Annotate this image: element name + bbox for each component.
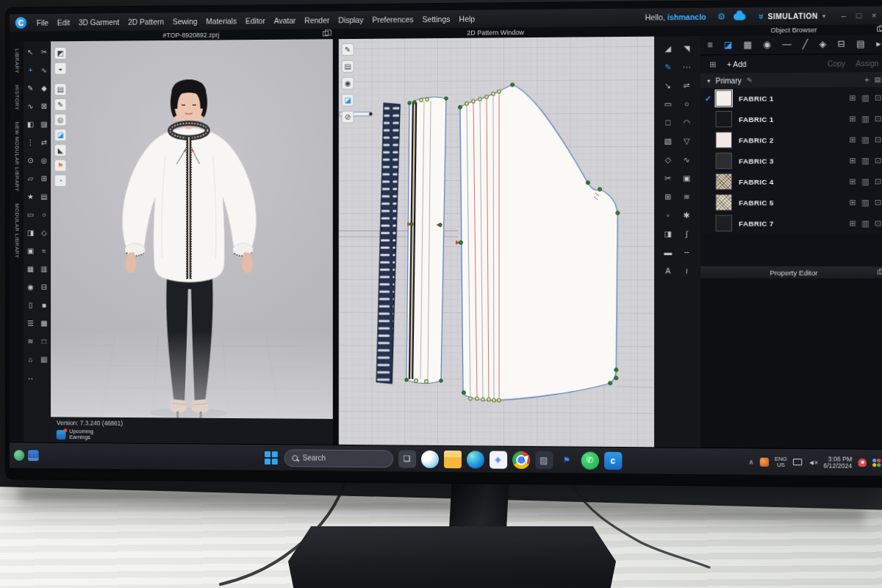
wave-stitch-icon[interactable]: ≀	[678, 266, 696, 276]
curve-icon[interactable]: ∿	[41, 65, 47, 75]
desktop-corner-widget[interactable]	[872, 458, 881, 467]
tray-chevron-icon[interactable]: ∧	[749, 458, 754, 465]
add-to-icon[interactable]: ⊞	[849, 135, 856, 144]
add-to-icon[interactable]: ⊞	[849, 93, 856, 102]
popout-icon[interactable]	[877, 26, 882, 32]
slash-tab-icon[interactable]: ╱	[803, 40, 808, 49]
fabric-row[interactable]: FABRIC 7⊞▥⊡	[700, 212, 882, 234]
more-dots-icon[interactable]: ⋮	[27, 137, 35, 147]
grid-icon[interactable]: ▩	[40, 318, 47, 328]
fabric-swatch[interactable]	[716, 111, 732, 127]
layers-icon[interactable]: ▥	[861, 218, 870, 228]
pattern-show-button[interactable]: ▤	[342, 60, 354, 73]
fabric-row[interactable]: FABRIC 5⊞▥⊡	[700, 192, 882, 213]
fabric-row[interactable]: FABRIC 3⊞▥⊡	[700, 150, 882, 171]
pen-icon[interactable]: ✎	[27, 84, 33, 93]
section-add-icon[interactable]: +	[864, 76, 869, 84]
thread-tab-icon[interactable]: —	[782, 40, 791, 49]
target-icon[interactable]: ◎	[41, 156, 47, 165]
add-point-icon[interactable]: +	[29, 65, 33, 75]
fabric-swatch[interactable]	[716, 153, 732, 169]
fabric-swatch[interactable]	[716, 90, 732, 107]
rectangle-icon[interactable]: ▭	[659, 99, 677, 109]
photos-icon[interactable]: ◈	[490, 451, 507, 468]
simulation-dropdown-icon[interactable]: ▾	[822, 12, 825, 19]
shoe-tool-button[interactable]: ◣	[54, 144, 66, 157]
flower-icon[interactable]: ✱	[678, 211, 696, 220]
home-icon[interactable]: ⌂	[29, 354, 33, 364]
button-tab-icon[interactable]: ◉	[763, 40, 771, 49]
fill-icon[interactable]: ◨	[27, 228, 34, 237]
table-icon[interactable]: ▥	[40, 265, 47, 274]
chevron-down-icon[interactable]: ▾	[707, 77, 710, 84]
object-browser-header[interactable]: Object Browser	[700, 24, 882, 36]
window-divider[interactable]	[333, 39, 339, 445]
tray-app-icon[interactable]	[760, 457, 769, 466]
close-button[interactable]: ×	[867, 6, 882, 24]
language-indicator[interactable]: ENGUS	[775, 456, 787, 467]
popout-icon[interactable]	[878, 270, 882, 274]
rail-tab-library[interactable]: LIBRARY	[14, 49, 19, 74]
layers-icon[interactable]: ▥	[861, 176, 870, 186]
menu-render[interactable]: Render	[300, 11, 334, 29]
add-box-icon[interactable]: ⊞	[41, 173, 47, 183]
duplicate-icon[interactable]: ⊡	[875, 197, 882, 207]
add-fabric-icon[interactable]: ⊞	[709, 60, 716, 69]
trim-tab-icon[interactable]: ▤	[856, 39, 865, 49]
flatten-icon[interactable]: ▱	[28, 174, 33, 184]
fabric-swatch[interactable]	[716, 173, 732, 190]
avatar-info-button[interactable]: ◉	[342, 77, 354, 90]
layers-icon[interactable]: ▥	[861, 135, 870, 144]
minus-box-icon[interactable]: ⊟	[41, 282, 47, 292]
layers-icon[interactable]: ▥	[861, 156, 870, 165]
buttonhole-icon[interactable]: ▯	[29, 301, 32, 310]
zipper-tab-icon[interactable]: ⊟	[837, 40, 845, 49]
sew-tool-icon[interactable]: ∿	[678, 155, 696, 165]
swap-icon[interactable]: ⇄	[41, 137, 47, 147]
cast-icon[interactable]	[793, 459, 802, 465]
menu-icon[interactable]: ≡	[707, 40, 712, 50]
widget-icon[interactable]	[14, 450, 24, 461]
brush-tool-button[interactable]: ✎	[54, 98, 66, 111]
chat-widget-icon[interactable]	[28, 450, 38, 461]
duplicate-icon[interactable]: ⊡	[875, 113, 882, 123]
layers-icon[interactable]: ▥	[861, 197, 870, 207]
edit-pencil-icon[interactable]: ✎	[747, 76, 753, 84]
primary-section-row[interactable]: ▾ Primary ✎ + ▤	[700, 72, 882, 88]
fabric-2d-button[interactable]: ◪	[342, 94, 354, 107]
smudge-icon[interactable]: ◥	[678, 43, 696, 53]
garment-3d-canvas[interactable]: ◩◒▤✎◎◪◣⚑◔	[51, 39, 333, 419]
layers-icon[interactable]: ▥	[861, 114, 870, 123]
arc-icon[interactable]: ◠	[678, 118, 696, 127]
duplicate-icon[interactable]: ⊡	[875, 218, 882, 228]
text-tool-icon[interactable]: A	[659, 266, 677, 276]
steam-icon[interactable]: ≋	[678, 192, 696, 201]
seam-icon[interactable]: ∫	[678, 229, 696, 239]
zigzag-icon[interactable]: ≋	[27, 337, 33, 346]
round-rect-icon[interactable]: □	[659, 118, 677, 127]
transform-icon[interactable]: ◢	[659, 43, 677, 53]
fabric-row[interactable]: FABRIC 1⊞▥⊡	[700, 108, 882, 130]
clock[interactable]: 3:06 PM6/12/2024	[823, 456, 852, 470]
avatar-display-button[interactable]: ◒	[54, 62, 66, 75]
menu-preferences[interactable]: Preferences	[368, 10, 417, 29]
pattern-canvas[interactable]	[339, 37, 654, 448]
more-tabs-icon[interactable]: ▸	[876, 39, 881, 49]
file-explorer-icon[interactable]	[443, 451, 461, 468]
brush-icon[interactable]: ★	[27, 192, 34, 201]
property-editor-header[interactable]: Property Editor	[700, 266, 882, 279]
fabric-row[interactable]: FABRIC 4⊞▥⊡	[700, 171, 882, 192]
search-input[interactable]	[303, 453, 376, 462]
whatsapp-icon[interactable]: ✆	[581, 451, 598, 469]
shirt-icon[interactable]: ▽	[678, 137, 696, 146]
motif-tab-icon[interactable]: ◈	[820, 40, 827, 49]
square-icon[interactable]: □	[42, 337, 46, 346]
volume-mute-icon[interactable]: ◄×	[808, 459, 817, 466]
rail-tab-new-modular-library[interactable]: NEW MODULAR LIBRARY	[14, 122, 19, 192]
cloud-sync-icon[interactable]	[734, 13, 745, 20]
circle-icon[interactable]: ○	[42, 210, 46, 220]
pen-2d-button[interactable]: ✎	[342, 43, 354, 56]
popout-icon[interactable]	[323, 31, 329, 36]
grade-icon[interactable]: ▧	[659, 137, 677, 146]
fabric-row[interactable]: FABRIC 2⊞▥⊡	[700, 129, 882, 150]
